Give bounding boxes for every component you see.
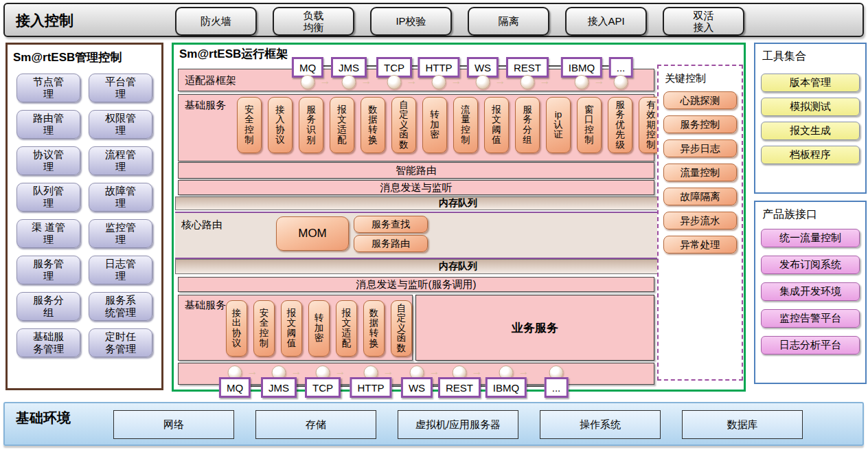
protocol-node: HTTP — [350, 377, 391, 398]
base-environment-item: 数据库 — [682, 410, 803, 439]
mom-node: MOM — [276, 216, 349, 251]
service-capability: 服务分组 — [515, 97, 540, 153]
service-lookup-button: 服务查找 — [354, 216, 428, 233]
tool-item: 版本管理 — [761, 74, 860, 92]
service-capability: 安全控制 — [237, 97, 262, 153]
key-control-item: 服务控制 — [663, 115, 737, 133]
service-capability: 数据转换 — [361, 97, 385, 153]
connector-dot-icon — [614, 75, 628, 89]
connector-dot-icon — [387, 75, 402, 89]
management-item: 日志管理 — [89, 256, 152, 284]
management-item: 基础服务管理 — [16, 328, 80, 357]
key-controls-panel: 关键控制 心跳探测服务控制异步日志流量控制故障隔离异步流水异常处理 — [657, 65, 743, 381]
key-control-item: 异步日志 — [663, 139, 737, 157]
connector-dot-icon — [301, 75, 315, 89]
base-environment-item: 存储 — [255, 410, 376, 439]
protocol-node: REST — [438, 377, 481, 398]
management-item: 流程管理 — [89, 146, 152, 175]
base-environment-items: 网络存储虚拟机/应用服务器操作系统数据库 — [113, 410, 803, 439]
service-capability: 窗口控制 — [577, 97, 602, 153]
memory-queue-bottom-bar: 内存队列 — [175, 259, 741, 274]
protocol-node: JMS — [261, 377, 297, 398]
key-control-item: 异步流水 — [663, 212, 737, 229]
tools-panel: 工具集合 版本管理模拟测试报文生成档板程序 — [754, 43, 867, 194]
product-family-items: 统一流量控制发布订阅系统集成开发环境监控告警平台日志分析平台 — [755, 229, 865, 355]
smart-routing-bar: 智能路由 — [178, 162, 654, 179]
management-item: 服务管理 — [16, 256, 80, 284]
management-item: 渠 道管理 — [16, 219, 80, 248]
protocol-node: IBMQ — [486, 377, 527, 398]
management-panel-title: Sm@rtESB管理控制 — [13, 49, 161, 65]
management-item: 服务分组 — [16, 292, 80, 321]
service-capability: 转加密 — [422, 97, 447, 153]
management-item: 定时任务管理 — [89, 328, 152, 357]
management-item: 队列管理 — [16, 183, 80, 212]
product-family-item: 发布订阅系统 — [761, 256, 860, 274]
access-control-title: 接入控制 — [16, 11, 73, 30]
basic-services-out-label: 基础服务 — [185, 299, 226, 312]
service-capability: 流量控制 — [453, 97, 478, 153]
service-capability: 数据转换 — [363, 300, 385, 357]
key-control-item: 故障隔离 — [663, 188, 737, 205]
product-family-item: 统一流量控制 — [761, 229, 860, 247]
service-capability: 报文阈值 — [281, 300, 302, 357]
core-routing-label: 核心路由 — [181, 218, 222, 232]
product-family-item: 监控告警平台 — [761, 309, 860, 328]
base-environment-item: 虚拟机/应用服务器 — [398, 410, 518, 439]
management-item: 协议管理 — [16, 146, 80, 175]
management-item: 权限管理 — [89, 110, 152, 139]
basic-services-in-items: 安全控制接入协议服务识别报文适配数据转换自定义函数转加密流量控制报文阈值服务分组… — [237, 97, 663, 153]
esb-architecture-diagram: 接入控制 防火墙负载 均衡IP校验隔离接入API双活 接入 Sm@rtESB管理… — [0, 0, 868, 450]
service-capability: 报文适配 — [336, 300, 357, 357]
service-capability: 报文阈值 — [484, 97, 509, 153]
access-control-item: 负载 均衡 — [273, 7, 354, 36]
adapter-framework-label: 适配器框架 — [185, 74, 236, 87]
management-item: 路由管理 — [16, 110, 80, 139]
access-control-item: 接入API — [565, 7, 647, 36]
tool-item: 档板程序 — [761, 146, 860, 164]
service-route-button: 服务路由 — [354, 235, 428, 252]
access-control-item: 防火墙 — [175, 7, 257, 36]
basic-services-in-label: 基础服务 — [185, 99, 226, 112]
management-item: 平台管理 — [89, 74, 152, 102]
base-environment-item: 操作系统 — [540, 410, 661, 439]
protocol-node: WS — [401, 377, 433, 398]
tools-items: 版本管理模拟测试报文生成档板程序 — [755, 74, 865, 164]
key-control-item: 心跳探测 — [663, 91, 737, 109]
access-control-item: 双活 接入 — [663, 7, 744, 36]
runtime-framework-title: Sm@rtESB运行框架 — [179, 46, 288, 62]
service-capability: 报文适配 — [330, 97, 354, 153]
management-item: 监控管理 — [89, 219, 152, 248]
service-capability: 接入协议 — [268, 97, 293, 153]
management-item: 节点管理 — [16, 74, 80, 102]
key-control-item: 流量控制 — [663, 164, 737, 181]
tools-title: 工具集合 — [762, 49, 865, 64]
service-capability: 服务优先级 — [608, 97, 632, 153]
connector-dot-icon — [476, 75, 490, 89]
connector-dot-icon — [521, 75, 535, 89]
base-environment-item: 网络 — [113, 410, 234, 439]
access-control-item: IP校验 — [370, 7, 452, 36]
management-items: 节点管理平台管理路由管理权限管理协议管理流程管理队列管理故障管理渠 道管理监控管… — [16, 74, 152, 357]
management-item: 故障管理 — [89, 183, 152, 212]
business-services-box: 业务服务 — [415, 295, 654, 361]
protocol-node: MQ — [219, 377, 251, 398]
key-controls-items: 心跳探测服务控制异步日志流量控制故障隔离异步流水异常处理 — [659, 91, 742, 254]
management-panel: Sm@rtESB管理控制 节点管理平台管理路由管理权限管理协议管理流程管理队列管… — [5, 43, 163, 390]
product-family-item: 集成开发环境 — [761, 282, 860, 301]
message-dispatch-invoke-bar: 消息发送与监听(服务调用) — [178, 277, 654, 292]
service-capability: 安全控制 — [253, 300, 275, 357]
management-item: 服务系统管理 — [89, 292, 152, 321]
service-capability: 自定义函数 — [391, 300, 412, 357]
key-control-item: 异常处理 — [663, 236, 737, 254]
core-routing-section: 核心路由 MOM 服务查找 服务路由 — [175, 212, 741, 259]
access-control-bar: 接入控制 防火墙负载 均衡IP校验隔离接入API双活 接入 — [3, 3, 864, 37]
service-capability: 自定义函数 — [391, 97, 416, 153]
product-family-item: 日志分析平台 — [761, 336, 860, 355]
connector-dot-icon — [575, 75, 589, 89]
base-environment-title: 基础环境 — [16, 409, 71, 427]
tool-item: 报文生成 — [761, 122, 860, 140]
message-dispatch-bar: 消息发送与监听 — [178, 180, 654, 195]
product-family-panel: 产品族接口 统一流量控制发布订阅系统集成开发环境监控告警平台日志分析平台 — [754, 201, 867, 384]
connector-dot-icon — [342, 75, 356, 89]
